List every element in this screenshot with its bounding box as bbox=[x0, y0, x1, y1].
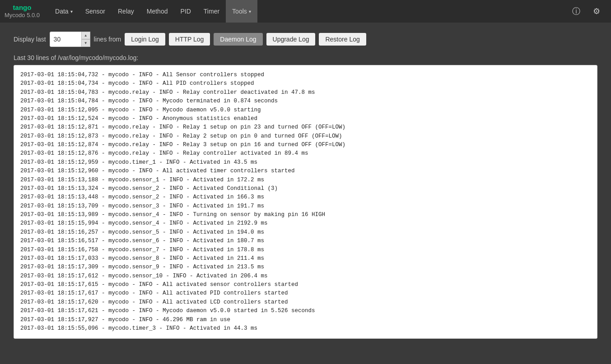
nav-item-method[interactable]: Method bbox=[140, 0, 174, 23]
log-heading: Last 30 lines of /var/log/mycodo/mycodo.… bbox=[14, 54, 597, 61]
nav-item-relay[interactable]: Relay bbox=[112, 0, 140, 23]
spinner-down[interactable]: ▼ bbox=[81, 39, 90, 47]
caret-icon: ▾ bbox=[249, 9, 251, 14]
nav-items: Data ▾SensorRelayMethodPIDTimerTools ▾ bbox=[49, 0, 566, 23]
log-btn-restore-log[interactable]: Restore Log bbox=[319, 33, 366, 46]
nav-item-data[interactable]: Data ▾ bbox=[49, 0, 79, 23]
log-box: 2017-03-01 18:15:04,732 - mycodo - INFO … bbox=[14, 65, 597, 339]
log-btn-daemon-log[interactable]: Daemon Log bbox=[214, 33, 262, 46]
nav-item-timer[interactable]: Timer bbox=[197, 0, 226, 23]
brand: tango Mycodo 5.0.0 bbox=[5, 4, 40, 19]
nav-right: ⓘ ⚙ bbox=[566, 0, 606, 23]
brand-mycodo: Mycodo 5.0.0 bbox=[5, 12, 40, 19]
number-input-wrapper: ▲ ▼ bbox=[50, 32, 90, 47]
navbar: tango Mycodo 5.0.0 Data ▾SensorRelayMeth… bbox=[0, 0, 611, 23]
log-btn-login-log[interactable]: Login Log bbox=[125, 33, 165, 46]
nav-item-pid[interactable]: PID bbox=[174, 0, 197, 23]
caret-icon: ▾ bbox=[70, 9, 73, 14]
spinner-buttons: ▲ ▼ bbox=[81, 32, 90, 47]
settings-button[interactable]: ⚙ bbox=[587, 0, 606, 23]
spinner-up[interactable]: ▲ bbox=[81, 32, 90, 39]
nav-item-tools[interactable]: Tools ▾ bbox=[226, 0, 257, 23]
help-button[interactable]: ⓘ bbox=[566, 0, 587, 23]
log-btn-upgrade-log[interactable]: Upgrade Log bbox=[266, 33, 316, 46]
display-last-label: Display last bbox=[14, 36, 46, 43]
controls-row: Display last ▲ ▼ lines from Login LogHTT… bbox=[14, 32, 597, 47]
main-content: Display last ▲ ▼ lines from Login LogHTT… bbox=[0, 23, 611, 348]
lines-from-label: lines from bbox=[94, 36, 121, 43]
brand-tango: tango bbox=[13, 4, 32, 12]
nav-item-sensor[interactable]: Sensor bbox=[79, 0, 112, 23]
log-btn-http-log[interactable]: HTTP Log bbox=[169, 33, 210, 46]
